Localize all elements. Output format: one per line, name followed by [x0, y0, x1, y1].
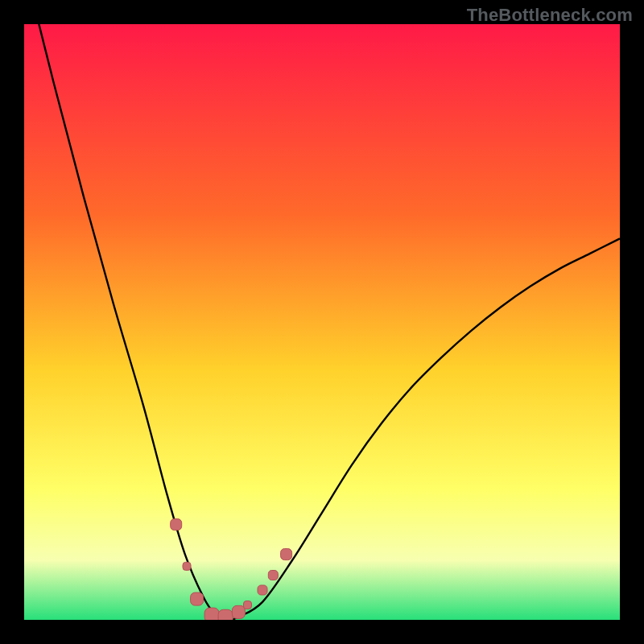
curve-marker — [218, 609, 233, 620]
bottleneck-curve — [24, 24, 620, 620]
curve-marker — [268, 571, 278, 580]
chart-frame: TheBottleneck.com — [0, 0, 644, 644]
curve-marker — [258, 585, 267, 595]
watermark-text: TheBottleneck.com — [467, 5, 633, 26]
curve-marker — [244, 601, 252, 609]
curve-marker — [183, 562, 191, 570]
curve-marker — [204, 608, 219, 620]
curve-marker — [281, 549, 292, 560]
plot-area — [24, 24, 620, 620]
curve-marker — [232, 605, 245, 618]
curve-marker — [191, 592, 204, 605]
curve-marker — [171, 519, 182, 530]
